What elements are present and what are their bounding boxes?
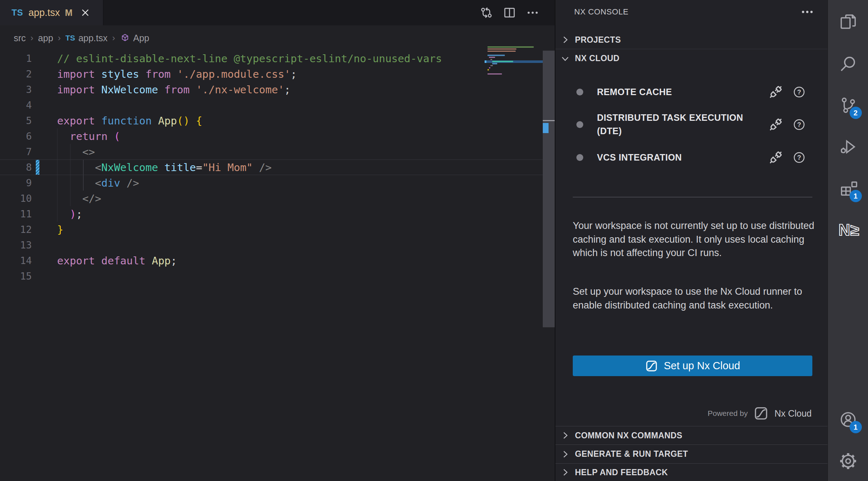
code-text: <div /> [32, 177, 139, 189]
breadcrumb: src›app›TSapp.tsx›App [0, 25, 543, 51]
line-number: 11 [0, 208, 32, 220]
code-line-1[interactable]: 1// eslint-disable-next-line @typescript… [0, 51, 543, 66]
editor-actions [480, 0, 540, 25]
help-icon[interactable]: ? [792, 151, 806, 164]
status-dot [576, 89, 583, 95]
symbol-cube-icon [120, 33, 130, 43]
code-text: ); [32, 208, 82, 220]
connect-icon[interactable] [767, 116, 785, 133]
section-help-and-feedback[interactable]: HELP AND FEEDBACK [555, 463, 828, 481]
line-number: 6 [0, 131, 32, 142]
connect-icon[interactable] [767, 149, 785, 166]
minimap-line [487, 46, 534, 48]
activity-search-icon[interactable] [839, 54, 858, 73]
open-changes-icon[interactable] [480, 6, 493, 20]
minimap-line [490, 59, 492, 60]
chevron-down-icon [560, 53, 571, 64]
activity-explorer-icon[interactable] [839, 12, 858, 31]
code-line-7[interactable]: 7 <> [0, 144, 543, 159]
tab-app-tsx[interactable]: TS app.tsx M [0, 0, 103, 25]
activity-nx-console-icon[interactable]: N≥ [839, 221, 858, 239]
feature-row-remote-cache: REMOTE CACHE? [555, 82, 828, 101]
code-line-4[interactable]: 4 [0, 97, 543, 113]
line-number: 2 [0, 68, 32, 80]
section-common-nx-commands[interactable]: COMMON NX COMMANDS [555, 426, 828, 444]
minimap-line [490, 65, 493, 67]
section-generate-run-target[interactable]: GENERATE & RUN TARGET [555, 444, 828, 463]
svg-text:?: ? [797, 154, 801, 161]
code-line-6[interactable]: 6 return ( [0, 128, 543, 144]
line-number: 5 [0, 115, 32, 126]
breadcrumb-item-app[interactable]: App [120, 33, 149, 43]
code-line-14[interactable]: 14export default App; [0, 253, 543, 268]
code-line-15[interactable]: 15 [0, 268, 543, 284]
modified-badge: M [65, 8, 73, 18]
setup-nx-cloud-button[interactable]: Set up Nx Cloud [573, 356, 812, 376]
line-number: 9 [0, 177, 32, 188]
line-number: 4 [0, 99, 32, 111]
breadcrumb-label: src [14, 33, 26, 43]
breadcrumb-separator: › [58, 33, 61, 43]
minimap-line [489, 57, 495, 58]
panel-title: NX CONSOLE [574, 7, 628, 17]
connect-icon[interactable] [767, 83, 785, 101]
breadcrumb-item-app-tsx[interactable]: TSapp.tsx [65, 33, 107, 43]
code-line-5[interactable]: 5export function App() { [0, 113, 543, 128]
help-icon[interactable]: ? [792, 118, 806, 131]
line-number: 15 [0, 271, 32, 282]
code-area[interactable]: 1// eslint-disable-next-line @typescript… [0, 51, 543, 284]
section-label: HELP AND FEEDBACK [575, 468, 668, 477]
code-line-9[interactable]: 9 <div /> [0, 175, 543, 191]
code-line-2[interactable]: 2import styles from './app.module.css'; [0, 66, 543, 82]
more-actions-icon[interactable] [526, 6, 540, 20]
code-line-8[interactable]: 8 <NxWelcome title="Hi Mom" /> [0, 159, 543, 175]
activity-run-debug-icon[interactable] [839, 137, 858, 156]
activity-account-icon[interactable]: 1 [839, 410, 858, 429]
svg-text:?: ? [797, 88, 801, 95]
line-number: 13 [0, 239, 32, 251]
tab-strip: TS app.tsx M [0, 0, 555, 25]
code-line-10[interactable]: 10 </> [0, 191, 543, 206]
line-number: 8 [0, 162, 32, 173]
activity-extensions-icon[interactable]: 1 [839, 179, 858, 198]
brand-label: Nx Cloud [774, 408, 812, 419]
code-line-13[interactable]: 13 [0, 237, 543, 253]
status-dot [576, 154, 583, 161]
minimap[interactable] [485, 46, 544, 86]
line-number: 10 [0, 193, 32, 204]
code-line-11[interactable]: 11 ); [0, 206, 543, 222]
chevron-right-icon [560, 467, 571, 478]
chevron-right-icon [560, 430, 571, 441]
feature-row-distributed-task-execution-dte-: DISTRIBUTED TASK EXECUTION (DTE)? [555, 108, 828, 141]
close-icon[interactable] [80, 7, 91, 18]
scrollbar-slider[interactable] [543, 51, 555, 327]
code-text: import NxWelcome from './nx-welcome'; [32, 84, 291, 96]
code-line-3[interactable]: 3import NxWelcome from './nx-welcome'; [0, 82, 543, 97]
code-line-12[interactable]: 12} [0, 222, 543, 237]
nx-cloud-logo-icon [645, 359, 658, 373]
badge: 1 [850, 421, 862, 433]
activity-bar: 21N≥1 [828, 0, 868, 481]
minimap-modified-marker [485, 60, 486, 63]
setup-button-label: Set up Nx Cloud [664, 360, 740, 372]
split-editor-icon[interactable] [503, 6, 516, 20]
feature-row-vcs-integration: VCS INTEGRATION? [555, 148, 828, 167]
section-label: COMMON NX COMMANDS [575, 431, 682, 440]
code-text: } [32, 224, 63, 236]
panel-more-actions-icon[interactable] [800, 5, 815, 19]
breadcrumb-item-src[interactable]: src [14, 33, 26, 43]
section-nx-cloud[interactable]: NX CLOUD [555, 49, 828, 68]
breadcrumb-item-app[interactable]: app [38, 33, 53, 43]
divider [573, 197, 812, 197]
typescript-icon: TS [12, 8, 23, 18]
cloud-description: Your workspace is not currently set up t… [573, 219, 817, 260]
editor-region: TS app.tsx M [0, 0, 555, 481]
section-projects[interactable]: PROJECTS [555, 31, 828, 48]
activity-source-control-icon[interactable]: 2 [839, 96, 858, 115]
activity-settings-icon[interactable] [839, 452, 858, 471]
feature-actions: ? [767, 83, 806, 101]
nx-logo-glyph: N≥ [839, 221, 858, 239]
help-icon[interactable]: ? [792, 85, 806, 99]
panel-header: NX CONSOLE [555, 0, 828, 24]
breadcrumb-label: App [133, 33, 149, 43]
